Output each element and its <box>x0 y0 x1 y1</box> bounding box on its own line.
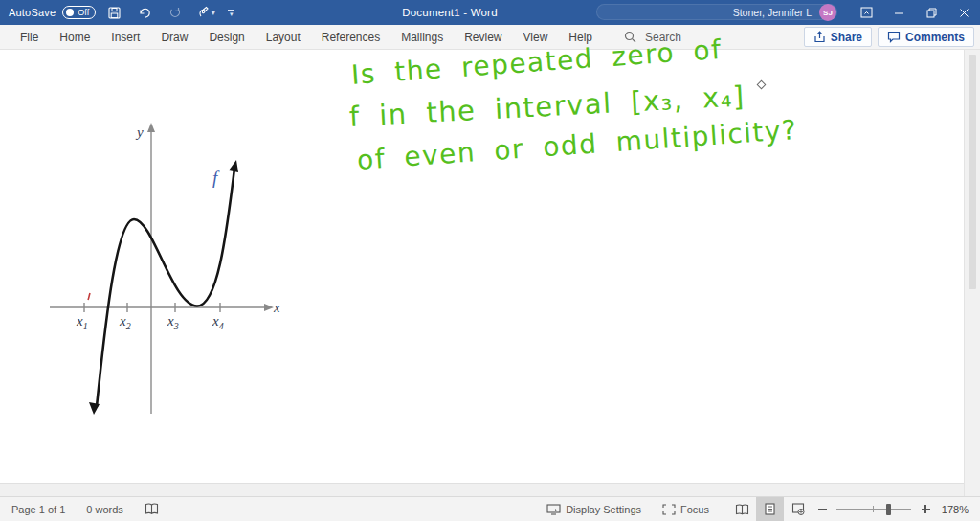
zoom-slider[interactable] <box>836 497 911 521</box>
status-bar: Page 1 of 1 0 words Display Settings <box>0 496 980 521</box>
avatar[interactable]: SJ <box>819 4 836 21</box>
page-indicator[interactable]: Page 1 of 1 <box>11 504 65 515</box>
polynomial-graph-figure: y x x1 x2 x3 x4 f <box>38 105 287 421</box>
redo-icon <box>168 7 182 19</box>
function-curve <box>97 169 234 406</box>
vertical-scrollbar[interactable] <box>964 50 980 496</box>
scrollbar-thumb[interactable] <box>969 55 976 289</box>
restore-icon <box>926 8 937 18</box>
web-layout-button[interactable] <box>784 497 812 521</box>
close-icon <box>959 8 969 18</box>
window-title: Document1 - Word <box>345 0 555 25</box>
tab-home[interactable]: Home <box>49 25 100 50</box>
display-settings-icon <box>546 504 561 515</box>
read-mode-button[interactable] <box>728 497 756 521</box>
word-window: AutoSave Off <box>0 0 980 521</box>
zoom-level[interactable]: 178% <box>936 504 980 515</box>
tab-draw[interactable]: Draw <box>150 25 198 50</box>
curve-arrow-top-icon <box>229 160 238 172</box>
user-name[interactable]: Stoner, Jennifer L <box>733 7 812 18</box>
tick-label-x1: x1 <box>76 313 88 331</box>
zoom-slider-center-mark <box>873 506 874 512</box>
save-button[interactable] <box>101 2 126 23</box>
chevron-down-icon: ▾ <box>230 11 234 16</box>
x-axis-label: x <box>273 300 280 315</box>
document-page[interactable]: y x x1 x2 x3 x4 f Is the repeated zero o… <box>0 50 964 484</box>
title-bar: AutoSave Off <box>0 0 980 25</box>
restore-button[interactable] <box>915 0 947 25</box>
tab-design[interactable]: Design <box>198 25 255 50</box>
print-layout-icon <box>765 503 775 515</box>
autosave-toggle[interactable]: Off <box>62 6 96 19</box>
autosave-label: AutoSave <box>9 7 56 18</box>
print-layout-button[interactable] <box>756 497 784 521</box>
curve-label-f: f <box>212 168 220 188</box>
tab-layout[interactable]: Layout <box>256 25 311 50</box>
display-settings-label: Display Settings <box>566 504 641 515</box>
curve-arrow-bottom-icon <box>89 402 100 415</box>
ink-tool-button[interactable]: ▾ <box>193 2 218 23</box>
autosave-toggle-knob <box>66 9 74 16</box>
minimize-button[interactable] <box>882 0 915 25</box>
zoom-in-button[interactable] <box>915 497 936 521</box>
tick-label-x4: x4 <box>212 313 224 331</box>
plus-icon <box>922 505 930 513</box>
close-button[interactable] <box>947 0 980 25</box>
proofing-book-icon <box>145 503 159 515</box>
ink-pen-icon <box>197 6 211 19</box>
focus-button[interactable]: Focus <box>662 504 709 515</box>
ribbon-tab-row: File Home Insert Draw Design Layout Refe… <box>0 25 980 50</box>
zoom-slider-thumb[interactable] <box>886 504 891 515</box>
share-icon <box>813 31 826 43</box>
minimize-icon <box>894 8 904 18</box>
display-settings-button[interactable]: Display Settings <box>546 504 641 515</box>
ribbon-display-options-icon <box>860 7 873 18</box>
minus-icon <box>818 509 827 510</box>
y-axis-arrow-icon <box>147 123 155 132</box>
redo-button[interactable] <box>163 2 188 23</box>
tick-label-x3: x3 <box>167 313 179 331</box>
tab-mailings[interactable]: Mailings <box>390 25 454 50</box>
focus-icon <box>662 504 676 515</box>
ribbon-display-options-button[interactable] <box>850 0 882 25</box>
comments-label: Comments <box>905 31 965 44</box>
web-layout-icon <box>791 503 805 515</box>
customize-quick-access-button[interactable]: ▾ <box>228 10 234 16</box>
autosave-state: Off <box>78 8 89 17</box>
y-axis-label: y <box>135 125 144 140</box>
x-axis-arrow-icon <box>264 304 274 311</box>
ink-cursor-icon <box>757 80 767 90</box>
undo-button[interactable] <box>132 2 157 23</box>
tick-label-x2: x2 <box>119 313 131 331</box>
comments-icon <box>887 31 901 43</box>
chevron-down-icon: ▾ <box>212 9 215 17</box>
word-count[interactable]: 0 words <box>86 504 123 515</box>
tab-references[interactable]: References <box>311 25 390 50</box>
share-button[interactable]: Share <box>804 27 872 47</box>
red-ink-mark <box>88 293 90 300</box>
undo-icon <box>138 7 151 19</box>
focus-label: Focus <box>680 504 709 515</box>
zoom-out-button[interactable] <box>812 497 833 521</box>
read-mode-icon <box>735 504 749 515</box>
document-area: y x x1 x2 x3 x4 f Is the repeated zero o… <box>0 50 980 496</box>
save-icon <box>108 7 121 19</box>
ribbon-tabs: File Home Insert Draw Design Layout Refe… <box>0 25 603 50</box>
tab-insert[interactable]: Insert <box>100 25 150 50</box>
proofing-check-button[interactable] <box>145 503 159 515</box>
tab-file[interactable]: File <box>10 25 49 50</box>
comments-button[interactable]: Comments <box>878 27 974 47</box>
tab-review[interactable]: Review <box>454 25 512 50</box>
share-label: Share <box>831 31 862 44</box>
